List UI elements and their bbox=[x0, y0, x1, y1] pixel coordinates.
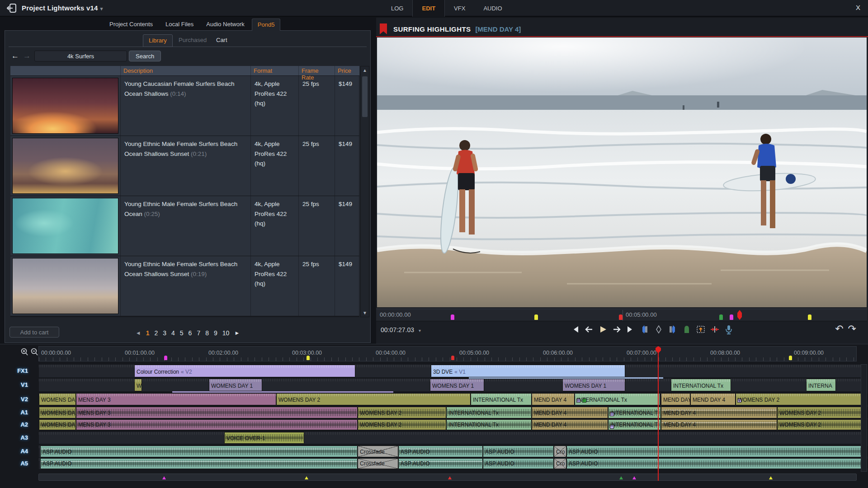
project-title[interactable]: Project Lightworks v14▾ bbox=[22, 4, 103, 12]
timeline-clip[interactable]: Crossfade bbox=[358, 446, 398, 457]
timeline-hscrollbar[interactable] bbox=[38, 474, 857, 481]
timeline-clip[interactable]: Cro bbox=[554, 446, 566, 457]
playhead-line[interactable] bbox=[658, 348, 659, 481]
ruler-marker[interactable] bbox=[307, 356, 310, 360]
ruler-marker[interactable] bbox=[164, 356, 167, 360]
insert-icon[interactable] bbox=[696, 324, 706, 334]
timeline-clip[interactable]: WOMENS DAY 1 bbox=[562, 379, 625, 391]
timeline-clip[interactable]: MEND DAY 4 bbox=[532, 407, 608, 418]
scrub-marker[interactable] bbox=[719, 314, 723, 320]
video-frame[interactable] bbox=[377, 38, 867, 307]
track-label-fx1[interactable]: FX1 bbox=[0, 367, 28, 374]
table-scrollbar[interactable]: ▲ ▼ bbox=[360, 66, 369, 317]
mark-in-icon[interactable] bbox=[640, 324, 650, 334]
scrub-marker[interactable] bbox=[808, 314, 811, 320]
scroll-up-icon[interactable]: ▲ bbox=[361, 68, 369, 73]
timeline-clip[interactable]: VOICE OVER-1 bbox=[224, 432, 304, 444]
scrollbar-thumb[interactable] bbox=[362, 76, 368, 117]
ruler-marker[interactable] bbox=[789, 356, 792, 360]
track-label-a5[interactable]: A5 bbox=[0, 460, 28, 467]
column-frame-rate[interactable]: Frame Rate bbox=[299, 66, 335, 75]
tab-purchased[interactable]: Purchased bbox=[173, 34, 212, 46]
page-6[interactable]: 6 bbox=[189, 329, 192, 337]
page-5[interactable]: 5 bbox=[180, 329, 184, 337]
table-row[interactable]: Young Ethnic Male Female Surfers Beach O… bbox=[10, 196, 359, 256]
track-label-v2[interactable]: V2 bbox=[0, 396, 28, 403]
scrub-marker[interactable] bbox=[534, 314, 538, 320]
timeline-clip[interactable]: INTERNATIONAL T bbox=[608, 419, 661, 430]
timeline-clip[interactable]: W bbox=[134, 379, 142, 391]
ruler-marker[interactable] bbox=[451, 356, 454, 360]
timeline-clip[interactable]: WOMENS DAY 2 bbox=[358, 419, 446, 430]
mark-icon[interactable] bbox=[654, 324, 664, 334]
remove-icon[interactable] bbox=[710, 324, 720, 334]
current-timecode[interactable]: 00:07:27.03▾ bbox=[381, 326, 421, 333]
scrub-playhead[interactable] bbox=[737, 310, 742, 320]
timeline-clip[interactable]: ASP AUDIO bbox=[566, 458, 868, 469]
zoom-out-icon[interactable] bbox=[31, 348, 38, 356]
column-price[interactable]: Price bbox=[335, 66, 359, 75]
tab-pond5[interactable]: Pond5 bbox=[252, 19, 281, 31]
track-label-v1[interactable]: V1 bbox=[0, 381, 28, 388]
timeline-clip[interactable]: INTERNATIONAL Tx bbox=[446, 407, 532, 418]
timeline-clip[interactable]: INTERNATIONAL Tx bbox=[575, 393, 660, 405]
timeline-clip[interactable]: INTERNA bbox=[806, 379, 836, 391]
track-lane-fx1[interactable]: Colour Correction« V23D DVE« V1 bbox=[38, 364, 867, 378]
timeline-clip[interactable]: WOMENS DAY 1 bbox=[430, 379, 484, 391]
timeline-clip[interactable]: ASP AUDIO bbox=[483, 446, 554, 457]
timeline-clip[interactable]: INTERNATIONAL T bbox=[608, 407, 661, 418]
timeline-clip[interactable]: MEND DAY 4 bbox=[532, 419, 608, 430]
add-marker-icon[interactable] bbox=[682, 324, 692, 334]
timeline-clip[interactable]: 3D DVE« V1 bbox=[431, 365, 625, 377]
mark-out-icon[interactable] bbox=[668, 324, 678, 334]
column-format[interactable]: Format bbox=[251, 66, 299, 75]
redo-icon[interactable]: ↷ bbox=[848, 323, 861, 334]
timeline-clip[interactable]: WOMENS DAY 2 bbox=[358, 407, 446, 418]
track-label-a4[interactable]: A4 bbox=[0, 448, 28, 455]
track-label-a1[interactable]: A1 bbox=[0, 409, 28, 416]
timeline-clip[interactable]: ASP AUDIO bbox=[398, 446, 483, 457]
track-lane-a3[interactable]: VOICE OVER-1 bbox=[38, 432, 867, 444]
column-description[interactable]: Description bbox=[121, 66, 251, 75]
undo-icon[interactable]: ↶ bbox=[835, 323, 848, 334]
page-10[interactable]: 10 bbox=[222, 329, 230, 337]
scrub-marker[interactable] bbox=[730, 314, 733, 320]
track-lane-v1[interactable]: WWOMENS DAY 1WOMENS DAY 1WOMENS DAY 1INT… bbox=[38, 378, 867, 392]
timeline-clip[interactable]: INTERNATIONAL Tx bbox=[446, 419, 532, 430]
page-9[interactable]: 9 bbox=[214, 329, 217, 337]
back-arrow-icon[interactable]: ← bbox=[11, 52, 19, 61]
close-icon[interactable]: X bbox=[854, 4, 863, 11]
scroll-down-icon[interactable]: ▼ bbox=[361, 310, 369, 315]
track-lane-a5[interactable]: ASP AUDIOCrossfadeASP AUDIOASP AUDIOCroA… bbox=[38, 458, 867, 469]
scrub-marker[interactable] bbox=[619, 314, 623, 320]
scrub-marker[interactable] bbox=[451, 314, 454, 320]
skip-end-icon[interactable] bbox=[626, 324, 636, 334]
tab-library[interactable]: Library bbox=[143, 34, 173, 47]
scrollbar-marker[interactable] bbox=[632, 476, 636, 479]
timeline-clip[interactable]: MENS DAY 3 bbox=[76, 393, 276, 405]
search-input[interactable] bbox=[34, 51, 127, 61]
page-1[interactable]: 1 bbox=[146, 329, 150, 337]
timeline-clip[interactable]: ASP AUDIO bbox=[566, 446, 868, 457]
page-2[interactable]: 2 bbox=[154, 329, 158, 337]
scrollbar-marker[interactable] bbox=[162, 476, 166, 479]
table-row[interactable]: Young Caucasian Female Surfers Beach Oce… bbox=[10, 76, 359, 136]
step-back-icon[interactable] bbox=[584, 324, 594, 334]
tab-cart[interactable]: Cart bbox=[211, 34, 233, 46]
timeline-clip[interactable]: Crossfade bbox=[358, 458, 398, 469]
page-next-icon[interactable]: ► bbox=[234, 329, 240, 337]
timeline-clip[interactable]: ASP AUDIO bbox=[483, 458, 554, 469]
timeline-clip[interactable]: MENS DAY 3 bbox=[76, 407, 358, 418]
tab-log[interactable]: LOG bbox=[382, 0, 412, 17]
track-label-a2[interactable]: A2 bbox=[0, 421, 28, 428]
timeline-clip[interactable]: WOMENS DAY 2 bbox=[276, 393, 471, 405]
page-8[interactable]: 8 bbox=[205, 329, 209, 337]
timeline-clip[interactable]: WOMENS DA bbox=[39, 419, 76, 430]
timeline-vscrollbar[interactable] bbox=[861, 364, 867, 472]
skip-start-icon[interactable] bbox=[570, 324, 580, 334]
table-row[interactable]: Young Ethnic Male Female Surfers Beach O… bbox=[10, 136, 359, 196]
tab-local-files[interactable]: Local Files bbox=[160, 19, 199, 31]
timeline-clip[interactable]: WOMENS DAY 2 bbox=[736, 393, 868, 405]
track-lane-v2[interactable]: WOMENS DAMENS DAY 3WOMENS DAY 2INTERNATI… bbox=[38, 393, 867, 406]
mic-icon[interactable] bbox=[724, 324, 734, 334]
